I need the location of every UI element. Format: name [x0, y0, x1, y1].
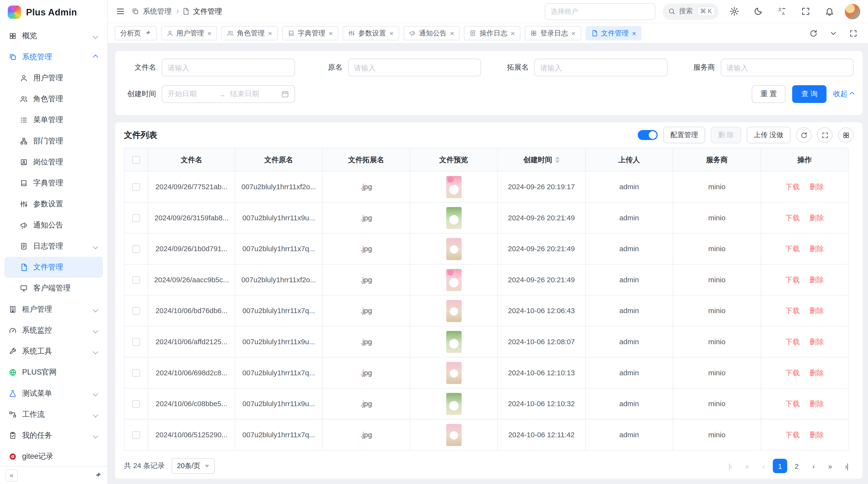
sidebar-item-test-menu[interactable]: 测试菜单 — [4, 383, 103, 404]
row-checkbox[interactable] — [132, 276, 140, 284]
last-page-button[interactable]: ›| — [839, 459, 854, 473]
delete-link[interactable]: 删除 — [809, 183, 824, 191]
search-toggle[interactable] — [638, 130, 658, 140]
sidebar-item-roles[interactable]: 角色管理 — [4, 89, 103, 109]
file-preview-thumbnail[interactable] — [446, 269, 461, 291]
sidebar-item-plus-website[interactable]: PLUS官网 — [4, 362, 103, 383]
row-checkbox[interactable] — [132, 338, 140, 346]
sidebar-item-gitee[interactable]: gitee记录 — [4, 446, 103, 466]
pin-icon[interactable] — [144, 30, 151, 37]
query-button[interactable]: 查 询 — [792, 85, 826, 103]
file-preview-thumbnail[interactable] — [446, 331, 461, 353]
sidebar-item-system[interactable]: 系统管理 — [4, 46, 103, 67]
row-checkbox[interactable] — [132, 184, 140, 191]
first-page-button[interactable]: |‹ — [723, 459, 737, 473]
sidebar-item-dictionary[interactable]: 字典管理 — [4, 172, 103, 194]
tab-parameters[interactable]: 参数设置 × — [343, 26, 399, 40]
notifications-button[interactable] — [821, 3, 838, 20]
upload-button[interactable]: 上传 没做 — [746, 127, 790, 143]
tab-login-logs[interactable]: 登录日志 × — [525, 26, 581, 40]
delete-link[interactable]: 删除 — [809, 368, 824, 377]
tab-users[interactable]: 用户管理 × — [161, 26, 217, 40]
content-fullscreen-button[interactable] — [845, 25, 862, 41]
language-button[interactable] — [773, 3, 790, 20]
app-logo[interactable]: Plus Admin — [0, 0, 107, 24]
refresh-table-button[interactable] — [796, 127, 812, 143]
file-preview-thumbnail[interactable] — [446, 424, 461, 446]
column-settings-button[interactable] — [838, 127, 854, 143]
sidebar-item-menus[interactable]: 菜单管理 — [4, 110, 103, 131]
prev-page-button[interactable]: ‹ — [756, 459, 771, 473]
dark-mode-button[interactable] — [750, 3, 766, 20]
filter-input[interactable] — [534, 59, 668, 76]
row-checkbox[interactable] — [132, 369, 140, 377]
delete-link[interactable]: 删除 — [809, 399, 824, 408]
sidebar-item-monitoring[interactable]: 系统监控 — [4, 320, 103, 341]
sort-icon[interactable] — [555, 157, 559, 163]
sidebar-item-workflow[interactable]: 工作流 — [4, 404, 103, 425]
next-page-button[interactable]: › — [806, 459, 820, 473]
tab-operation-logs[interactable]: 操作日志 × — [464, 26, 520, 40]
tenant-select-input[interactable] — [545, 3, 655, 20]
tab-files[interactable]: 文件管理 × — [585, 26, 642, 40]
config-manage-button[interactable]: 配置管理 — [663, 127, 705, 143]
file-preview-thumbnail[interactable] — [446, 238, 461, 260]
filter-input[interactable] — [720, 59, 854, 76]
download-link[interactable]: 下载 — [785, 368, 800, 377]
sidebar-item-files[interactable]: 文件管理 — [4, 257, 103, 278]
row-checkbox[interactable] — [132, 307, 140, 315]
user-avatar[interactable] — [845, 4, 860, 19]
pin-sidebar-icon[interactable] — [94, 472, 102, 479]
prev-5-pages-button[interactable]: « — [740, 459, 754, 473]
tab-options-button[interactable] — [825, 25, 841, 41]
file-preview-thumbnail[interactable] — [446, 361, 461, 384]
download-link[interactable]: 下载 — [785, 337, 800, 346]
sidebar-item-posts[interactable]: 岗位管理 — [4, 152, 103, 172]
breadcrumb-parent[interactable]: 系统管理 — [143, 6, 172, 16]
download-link[interactable]: 下载 — [785, 275, 800, 284]
file-preview-thumbnail[interactable] — [446, 393, 461, 415]
column-header-created[interactable]: 创建时间 — [497, 148, 585, 171]
sidebar-item-tools[interactable]: 系统工具 — [4, 341, 103, 362]
sidebar-item-my-tasks[interactable]: 我的任务 — [4, 425, 103, 446]
sidebar-item-departments[interactable]: 部门管理 — [4, 131, 103, 152]
page-size-select[interactable]: 20条/页 — [172, 458, 215, 474]
tab-dictionary[interactable]: 字典管理 × — [282, 26, 338, 40]
hamburger-menu-icon[interactable] — [116, 3, 125, 20]
close-icon[interactable]: × — [329, 30, 333, 37]
row-checkbox[interactable] — [132, 431, 140, 439]
close-icon[interactable]: × — [207, 30, 212, 37]
page-2-button[interactable]: 2 — [789, 459, 804, 473]
sidebar-item-clients[interactable]: 客户端管理 — [4, 278, 103, 299]
sidebar-item-overview[interactable]: 概览 — [4, 26, 103, 46]
close-icon[interactable]: × — [511, 30, 515, 37]
collapse-filter-link[interactable]: 收起 — [833, 89, 854, 99]
sidebar-item-logs[interactable]: 日志管理 — [4, 236, 103, 257]
download-link[interactable]: 下载 — [785, 183, 800, 191]
settings-button[interactable] — [726, 3, 742, 20]
table-fullscreen-button[interactable] — [817, 127, 833, 143]
delete-button[interactable]: 删 除 — [711, 127, 741, 143]
close-icon[interactable]: × — [450, 30, 454, 37]
reset-button[interactable]: 重 置 — [751, 85, 785, 103]
file-preview-thumbnail[interactable] — [446, 300, 461, 322]
download-link[interactable]: 下载 — [785, 399, 800, 408]
delete-link[interactable]: 删除 — [809, 337, 824, 346]
delete-link[interactable]: 删除 — [809, 306, 824, 315]
tab-analysis[interactable]: 分析页 — [115, 26, 156, 40]
delete-link[interactable]: 删除 — [809, 275, 824, 284]
tab-notices[interactable]: 通知公告 × — [403, 26, 460, 40]
tab-roles[interactable]: 角色管理 × — [222, 26, 278, 40]
download-link[interactable]: 下载 — [785, 213, 800, 222]
fullscreen-button[interactable] — [797, 3, 814, 20]
date-range-input[interactable]: 开始日期 → 结束日期 — [161, 85, 294, 103]
collapse-sidebar-button[interactable]: « — [5, 469, 18, 482]
filter-input[interactable] — [161, 59, 294, 76]
sidebar-item-users[interactable]: 用户管理 — [4, 67, 103, 89]
filter-input[interactable] — [348, 59, 481, 76]
close-icon[interactable]: × — [268, 30, 272, 37]
close-icon[interactable]: × — [632, 30, 636, 37]
row-checkbox[interactable] — [132, 246, 140, 253]
download-link[interactable]: 下载 — [785, 430, 800, 439]
global-search-button[interactable]: 搜索 ⌘ K — [662, 3, 718, 20]
